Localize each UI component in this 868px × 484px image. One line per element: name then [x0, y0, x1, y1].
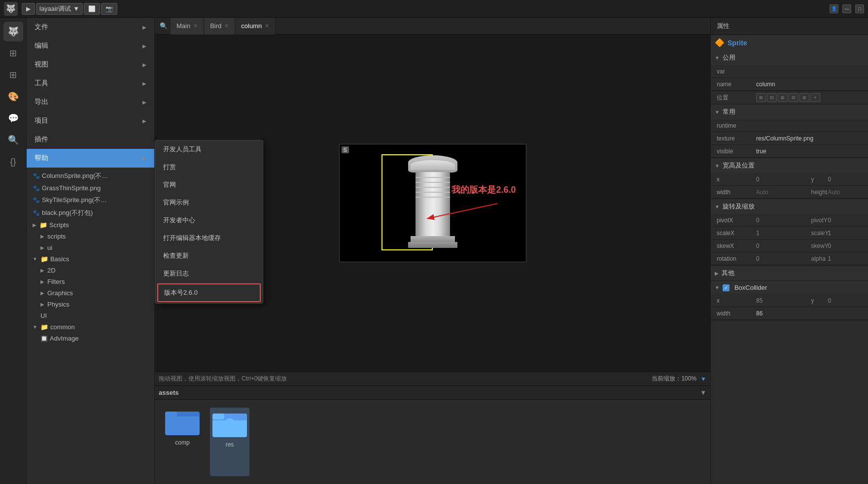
section-rotate-header[interactable]: ▼ 旋转及缩放 [711, 199, 868, 214]
menu-item-export[interactable]: 导出 ▶ [27, 93, 154, 111]
menu-item-plugin[interactable]: 插件 [27, 130, 154, 149]
tree-item-scripts-sub[interactable]: ▶ scripts [35, 231, 154, 242]
tab-column-close-icon[interactable]: ✕ [265, 23, 269, 29]
user-icon[interactable]: 👤 [830, 4, 838, 13]
submenu-devtools[interactable]: 开发人员工具 [155, 140, 263, 158]
x-label: x [717, 176, 756, 183]
section-other-header[interactable]: ▶ 其他 [711, 266, 868, 280]
submenu-donate[interactable]: 打赏 [155, 158, 263, 176]
submenu-website[interactable]: 官网 [155, 176, 263, 194]
pos-btn-2[interactable]: ⊟ [767, 93, 777, 102]
qr-icon-btn[interactable]: 📷 [101, 3, 117, 15]
menu-item-tools[interactable]: 工具 ▶ [27, 74, 154, 93]
menu-item-edit[interactable]: 编辑 ▶ [27, 36, 154, 55]
tree-item-skytile[interactable]: 🐾 SkyTileSprite.png(不… [27, 194, 154, 207]
iconbar-chat[interactable]: 💬 [3, 108, 23, 128]
section-boxcollider-header[interactable]: ▼ ✓ BoxCollider [711, 281, 868, 294]
menu-arrow-export-icon: ▶ [142, 100, 146, 105]
scalex-label: scaleX [717, 230, 756, 237]
submenu-version[interactable]: 版本号2.6.0 [157, 283, 261, 302]
boxcollider-checkbox[interactable]: ✓ [723, 284, 729, 291]
iconbar-code[interactable]: {} [3, 152, 23, 172]
tree-item-ui[interactable]: ▶ ui [35, 242, 154, 253]
iconbar-grid2[interactable]: ⊞ [3, 65, 23, 85]
canvas-scene: S [339, 144, 526, 262]
texture-value: res/ColumnSprite.png [756, 135, 862, 142]
tree-item-ui-sub[interactable]: UI [35, 310, 154, 321]
menu-arrow-view-icon: ▶ [142, 62, 146, 68]
prop-wh: width Auto height Auto [711, 186, 868, 199]
section-common-header[interactable]: ▼ 公用 [711, 50, 868, 65]
dropdown-arrow-icon: ▼ [73, 5, 79, 12]
tree-item-filters[interactable]: ▶ Filters [35, 276, 154, 287]
iconbar-search[interactable]: 🔍 [3, 130, 23, 150]
tree-item-physics[interactable]: ▶ Physics [35, 299, 154, 310]
layout-icon-btn[interactable]: ⬜ [84, 3, 100, 15]
menu-arrow-edit-icon: ▶ [142, 43, 146, 49]
menu-item-help[interactable]: 帮助 ▶ [27, 149, 154, 168]
menu-item-project[interactable]: 项目 ▶ [27, 111, 154, 130]
bc-x-label: x [717, 297, 756, 304]
visible-label: visible [717, 148, 756, 155]
height-label: height [811, 189, 826, 196]
bc-width-label: width [717, 310, 756, 317]
assets-collapse-icon[interactable]: ▼ [700, 389, 706, 396]
iconbar-home[interactable]: 🐺 [3, 22, 23, 41]
submenu-opencache[interactable]: 打开编辑器本地缓存 [155, 229, 263, 247]
arrow-svg [389, 174, 512, 223]
submenu-changelog[interactable]: 更新日志 [155, 265, 263, 282]
tree-item-label: AdvImage [50, 335, 79, 342]
section-boxcollider: ▼ ✓ BoxCollider x 85 y 0 width 86 [711, 281, 868, 320]
bc-y-value: 0 [828, 297, 832, 304]
y-col: y 0 [811, 176, 863, 183]
tree-item-scripts[interactable]: ▶ 📁 Scripts [27, 219, 154, 231]
section-usual-header[interactable]: ▼ 常用 [711, 104, 868, 119]
alpha-value: 1 [828, 255, 832, 262]
tree-arrow-icon: ▶ [40, 245, 44, 250]
rotation-cols: 0 alpha 1 [756, 255, 862, 262]
tree-item-advimage[interactable]: 🔲 AdvImage [35, 333, 154, 344]
tree-item-basics[interactable]: ▼ 📁 Basics [27, 253, 154, 265]
sprite-section-header[interactable]: 🔶 Sprite [711, 35, 868, 50]
submenu-devcenter[interactable]: 开发者中心 [155, 211, 263, 229]
asset-folder-res[interactable]: res [210, 408, 249, 476]
tab-main[interactable]: Main ✕ [171, 18, 204, 35]
play-button[interactable]: ▶ [22, 3, 35, 15]
pos-btn-6[interactable]: + [810, 93, 820, 102]
tree-item-graphics[interactable]: ▶ Graphics [35, 287, 154, 299]
asset-folder-comp[interactable]: comp [163, 408, 202, 476]
pos-btn-1[interactable]: ⊞ [756, 93, 766, 102]
menu-item-view[interactable]: 视图 ▶ [27, 55, 154, 74]
submenu-checkupdate[interactable]: 检查更新 [155, 247, 263, 265]
menu-item-file[interactable]: 文件 ▶ [27, 18, 154, 36]
submenu-examples[interactable]: 官网示例 [155, 194, 263, 211]
iconbar-grid[interactable]: ⊞ [3, 43, 23, 63]
pos-btn-4[interactable]: ⊟ [789, 93, 799, 102]
prop-rotation-alpha: rotation 0 alpha 1 [711, 252, 868, 265]
minimize-button[interactable]: — [842, 4, 851, 13]
tree-item-columnsprite[interactable]: 🐾 ColumnSprite.png(不… [27, 170, 154, 182]
tab-main-close-icon[interactable]: ✕ [193, 23, 198, 29]
tab-bird[interactable]: Bird ✕ [204, 18, 235, 35]
tab-column[interactable]: column ✕ [235, 18, 276, 35]
iconbar-paint[interactable]: 🎨 [3, 87, 23, 106]
section-size-label: 宽高及位置 [723, 161, 755, 170]
column-volute [411, 160, 455, 170]
var-label: var [717, 68, 756, 75]
section-size-header[interactable]: ▼ 宽高及位置 [711, 158, 868, 173]
pivotx-label: pivotX [717, 217, 756, 224]
scalex-col: 1 [756, 230, 807, 237]
tree-item-common[interactable]: ▼ 📁 common [27, 321, 154, 333]
section-arrow-icon: ▼ [715, 285, 720, 290]
section-arrow-icon: ▼ [715, 109, 720, 115]
tree-item-2d[interactable]: ▶ 2D [35, 265, 154, 276]
pos-btn-3[interactable]: ⊞ [778, 93, 788, 102]
tab-search-icon[interactable]: 🔍 [157, 21, 171, 31]
tree-item-black[interactable]: 🐾 black.png(不打包) [27, 207, 154, 219]
maximize-button[interactable]: □ [855, 4, 864, 13]
debug-dropdown[interactable]: layaair调试 ▼ [36, 3, 83, 15]
tab-bird-close-icon[interactable]: ✕ [224, 23, 229, 29]
viewport-view-toggle[interactable]: ▼ [700, 376, 706, 382]
tree-item-grassprite[interactable]: 🐾 GrassThinSprite.png [27, 182, 154, 194]
pos-btn-5[interactable]: ⊞ [799, 93, 809, 102]
